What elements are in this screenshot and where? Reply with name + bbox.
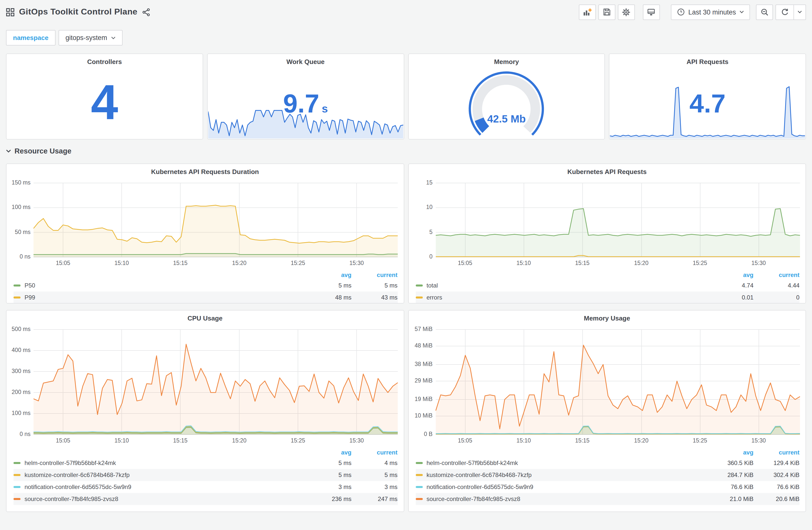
plot-area[interactable]: [436, 183, 799, 257]
legend-row[interactable]: source-controller-7fb84fc985-zvsz821.0 M…: [416, 493, 799, 505]
panel-title[interactable]: Kubernetes API Requests: [408, 164, 806, 179]
stat-value-api-requests: 4.7: [610, 88, 806, 118]
series-color-dash: [14, 474, 20, 476]
series-name: helm-controller-57f9b56bbf-k24mk: [426, 459, 708, 467]
charts-row-2: CPU Usage 0 ns100 ms200 ms300 ms400 ms50…: [6, 310, 806, 512]
cycle-view-button[interactable]: [643, 4, 659, 20]
top-bar: GitOps Toolkit Control Plane: [0, 0, 812, 24]
legend-row[interactable]: helm-controller-57f9b56bbf-k24mk360.5 Ki…: [416, 457, 799, 469]
legend-column-avg[interactable]: avg: [305, 271, 351, 278]
legend-row[interactable]: notification-controller-6d56575dc-5w9n97…: [416, 481, 799, 493]
refresh-interval-button[interactable]: [794, 4, 806, 20]
x-axis-tick: 15:05: [51, 438, 75, 443]
plot-area[interactable]: [33, 183, 397, 257]
y-axis-tick: 0: [412, 253, 433, 260]
x-axis-tick: 15:15: [570, 438, 594, 443]
add-panel-icon: [583, 8, 592, 16]
series-current-value: 76.6 KiB: [753, 484, 799, 490]
legend-column-current[interactable]: current: [351, 271, 397, 278]
cycle-view-icon: [647, 8, 655, 16]
refresh-button[interactable]: [775, 4, 794, 20]
legend-row[interactable]: total4.744.44: [416, 280, 799, 292]
caret-down-icon: [739, 11, 744, 14]
series-current-value: 0: [753, 294, 799, 301]
variable-label-namespace[interactable]: namespace: [6, 30, 56, 45]
row-resource-usage[interactable]: Resource Usage: [6, 147, 71, 155]
panel-k8s-api-requests: Kubernetes API Requests 05101515:0515:10…: [408, 163, 806, 304]
time-range-picker[interactable]: Last 30 minutes: [671, 4, 750, 20]
legend-row[interactable]: P9948 ms43 ms: [14, 292, 397, 304]
chevron-down-icon: [6, 149, 11, 153]
x-axis-tick: 15:20: [227, 260, 251, 266]
panel-title[interactable]: CPU Usage: [6, 310, 404, 325]
plot: 0 ns50 ms100 ms150 ms15:0515:1015:1515:2…: [11, 181, 398, 268]
panel-title[interactable]: Memory: [408, 54, 605, 69]
y-axis-tick: 100 ms: [11, 204, 30, 210]
series-name: P50: [25, 282, 305, 289]
legend-row[interactable]: kustomize-controller-6c6784b468-7kzfp5 m…: [14, 469, 397, 481]
legend-column-current[interactable]: current: [351, 449, 397, 456]
series-color-dash: [416, 474, 422, 476]
series-current-value: 302.4 KiB: [753, 471, 799, 479]
x-axis-tick: 15:10: [110, 438, 134, 443]
x-axis-tick: 15:10: [511, 260, 536, 266]
series-name: kustomize-controller-6c6784b468-7kzfp: [25, 471, 305, 479]
plot-area[interactable]: [436, 329, 799, 435]
panel-cpu-usage: CPU Usage 0 ns100 ms200 ms300 ms400 ms50…: [6, 310, 404, 512]
x-axis-tick: 15:25: [286, 438, 310, 443]
x-axis-tick: 15:30: [746, 260, 770, 266]
legend-row[interactable]: errors0.010: [416, 292, 799, 304]
legend-column-avg[interactable]: avg: [305, 449, 351, 456]
panel-title[interactable]: Controllers: [6, 54, 203, 69]
series-current-value: 3 ms: [351, 484, 397, 490]
legend-row[interactable]: helm-controller-57f9b56bbf-k24mk5 ms4 ms: [14, 457, 397, 469]
x-axis-tick: 15:15: [168, 438, 192, 443]
panel-title[interactable]: Memory Usage: [408, 310, 806, 325]
save-icon: [603, 8, 611, 16]
y-axis-tick: 0 ns: [11, 253, 30, 260]
legend-row[interactable]: notification-controller-6d56575dc-5w9n93…: [14, 481, 397, 493]
dashboard-settings-button[interactable]: [618, 4, 635, 20]
series-color-dash: [416, 462, 422, 464]
legend-column-avg[interactable]: avg: [708, 271, 753, 278]
save-dashboard-button[interactable]: [598, 4, 615, 20]
legend-row[interactable]: kustomize-controller-6c6784b468-7kzfp284…: [416, 469, 799, 481]
stat-value-work-queue: 9.7s: [208, 88, 404, 118]
legend: avgcurrenthelm-controller-57f9b56bbf-k24…: [416, 447, 799, 505]
series-current-value: 5 ms: [351, 282, 397, 289]
zoom-out-button[interactable]: [756, 4, 773, 20]
y-axis-tick: 10 MiB: [412, 412, 433, 418]
panel-title[interactable]: API Requests: [610, 54, 806, 69]
stat-value-memory: 42.5 Mb: [408, 113, 605, 125]
series-current-value: 247 ms: [351, 496, 397, 502]
series-avg-value: 360.5 KiB: [708, 459, 753, 467]
y-axis-tick: 0 ns: [11, 431, 30, 437]
series-name: notification-controller-6d56575dc-5w9n9: [25, 484, 305, 490]
charts-row-1: Kubernetes API Requests Duration 0 ns50 …: [6, 163, 806, 304]
legend-row[interactable]: P505 ms5 ms: [14, 280, 397, 292]
chevron-down-icon: [111, 36, 116, 39]
x-axis-tick: 15:30: [746, 438, 770, 443]
legend-column-current[interactable]: current: [753, 271, 799, 278]
refresh-icon: [781, 8, 789, 16]
series-avg-value: 5 ms: [305, 471, 351, 479]
plot-area[interactable]: [33, 329, 397, 435]
legend-header: avgcurrent: [14, 447, 397, 457]
series-current-value: 5 ms: [351, 471, 397, 479]
x-axis-tick: 15:25: [688, 438, 712, 443]
share-icon[interactable]: [142, 8, 150, 16]
panel-title[interactable]: Kubernetes API Requests Duration: [6, 164, 404, 179]
variable-value-namespace[interactable]: gitops-system: [59, 30, 123, 45]
series-avg-value: 0.01: [708, 294, 753, 301]
legend-row[interactable]: source-controller-7fb84fc985-zvsz8236 ms…: [14, 493, 397, 505]
legend-column-avg[interactable]: avg: [708, 449, 753, 456]
series-name: notification-controller-6d56575dc-5w9n9: [426, 484, 708, 490]
legend-column-current[interactable]: current: [753, 449, 799, 456]
series-name: kustomize-controller-6c6784b468-7kzfp: [426, 471, 708, 479]
memory-gauge: [408, 68, 605, 138]
panel-work-queue: Work Queue 9.7s: [207, 54, 404, 139]
add-panel-button[interactable]: [579, 4, 596, 20]
y-axis-tick: 0 B: [412, 431, 433, 437]
panel-title[interactable]: Work Queue: [208, 54, 404, 69]
refresh-button-group: [775, 4, 806, 20]
